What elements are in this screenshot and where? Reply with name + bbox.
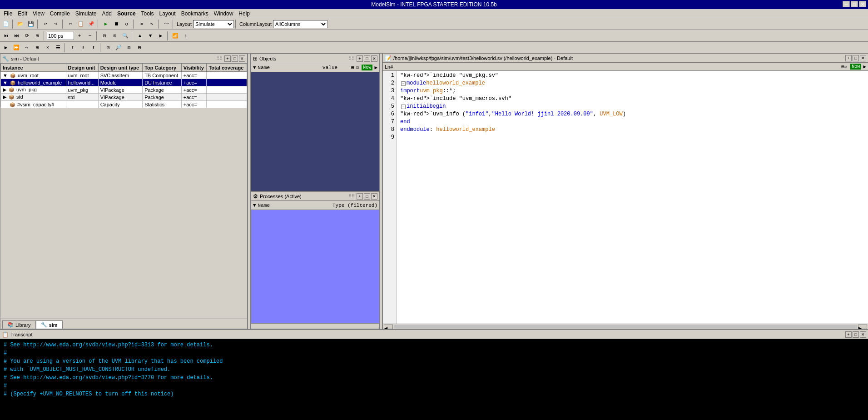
debug-btn6[interactable]: ☰ (53, 43, 63, 53)
cursor-btn[interactable]: ↕ (181, 31, 191, 41)
debug-btn8[interactable]: ⬇ (78, 43, 88, 53)
fold-btn[interactable]: − (401, 105, 406, 109)
column-layout-select[interactable]: AllColumns (273, 20, 327, 28)
code-line[interactable]: − initial begin (400, 103, 864, 110)
tb2-btn2[interactable]: ⏭ (11, 31, 21, 41)
processes-panel-max[interactable]: □ (364, 193, 370, 200)
sim-panel-float[interactable]: + (224, 55, 231, 62)
sim-panel-close[interactable]: ✕ (239, 55, 245, 62)
transcript-close[interactable]: ✕ (860, 331, 866, 338)
menu-add[interactable]: Add (99, 10, 114, 18)
tab-sim[interactable]: 🔧 sim (36, 320, 63, 329)
cursor-right-button[interactable]: ▶ (156, 31, 166, 41)
cursor-down-button[interactable]: ▼ (145, 31, 155, 41)
zoom-in-button[interactable]: + (74, 31, 84, 41)
zoom-out-button[interactable]: − (85, 31, 95, 41)
menu-view[interactable]: View (30, 10, 47, 18)
zoom-fit-button[interactable]: ⊠ (110, 31, 120, 41)
expand-icon[interactable]: ▼ (3, 80, 8, 85)
tab-library[interactable]: 📚 Library (2, 320, 36, 329)
processes-panel-close[interactable]: ✕ (371, 193, 377, 200)
debug-btn7[interactable]: ⬆ (68, 43, 78, 53)
stop-button[interactable]: ⏹ (111, 19, 121, 29)
debug-btn2[interactable]: ⏩ (11, 43, 21, 53)
hscroll-track[interactable] (394, 325, 857, 329)
redo-button[interactable]: ↪ (51, 19, 61, 29)
paste-button[interactable]: 📌 (86, 19, 96, 29)
restart-button[interactable]: ↺ (122, 19, 132, 29)
step-button[interactable]: ⇥ (136, 19, 146, 29)
transcript-max[interactable]: □ (853, 331, 859, 338)
new-button[interactable]: 📄 (1, 19, 11, 29)
debug-btn5[interactable]: × (43, 43, 53, 53)
run-button[interactable]: ▶ (101, 19, 111, 29)
editor-float[interactable]: + (845, 55, 852, 61)
tb2-btn4[interactable]: ⊞ (32, 31, 42, 41)
zoom-full-button[interactable]: ⊡ (99, 31, 109, 41)
transcript-content[interactable]: # See http://www.eda.org/svdb/view.php?i… (0, 339, 868, 420)
zoom-input[interactable] (47, 32, 74, 40)
menu-tools[interactable]: Tools (139, 10, 157, 18)
minimize-button[interactable]: ─ (843, 1, 850, 7)
signal-button[interactable]: 📶 (170, 31, 180, 41)
code-line[interactable]: "kw-red">`include "uvm_macros.svh" (400, 95, 864, 103)
maximize-button[interactable]: □ (851, 1, 858, 7)
menu-edit[interactable]: Edit (15, 10, 30, 18)
code-line[interactable]: −module helloworld_example (400, 80, 864, 87)
wave-button[interactable]: 〰 (161, 19, 171, 29)
copy-button[interactable]: 📋 (76, 19, 86, 29)
expand-icon[interactable]: ▶ (3, 94, 6, 100)
zoom-in2-button[interactable]: 🔍 (120, 31, 130, 41)
expand-icon[interactable]: ▶ (3, 87, 6, 92)
objects-panel-close[interactable]: ✕ (371, 55, 377, 62)
debug-btn11[interactable]: 🔎 (114, 43, 124, 53)
editor-hscroll[interactable]: ◀ ▶ (383, 324, 868, 329)
debug-btn9[interactable]: ⬆ (89, 43, 99, 53)
menu-help[interactable]: Help (236, 10, 253, 18)
open-button[interactable]: 📂 (15, 19, 25, 29)
menu-layout[interactable]: Layout (157, 10, 179, 18)
tb2-btn3[interactable]: ⟳ (22, 31, 32, 41)
code-line[interactable] (400, 134, 864, 141)
table-row[interactable]: ▼ 📦 uvm_root uvm_root SVClassItem TB Com… (1, 72, 247, 79)
code-line[interactable]: import uvm_pkg::*; (400, 87, 864, 95)
debug-btn4[interactable]: ⊞ (32, 43, 42, 53)
undo-button[interactable]: ↩ (40, 19, 50, 29)
code-line[interactable]: "kw-red">`include "uvm_pkg.sv" (400, 72, 864, 80)
save-button[interactable]: 💾 (26, 19, 36, 29)
code-line[interactable]: "kw-red">`uvm_info ("info1","Hello World… (400, 110, 864, 118)
table-row[interactable]: ▶ 📦 uvm_pkg uvm_pkg VIPackage Package +a… (1, 86, 247, 94)
transcript-float[interactable]: + (845, 331, 852, 338)
hscroll-left[interactable]: ◀ (384, 325, 393, 329)
tb2-btn1[interactable]: ⏮ (1, 31, 11, 41)
sim-panel-max[interactable]: □ (232, 55, 238, 62)
processes-sort-icon[interactable]: ▼ (253, 203, 256, 208)
debug-btn10[interactable]: ⊡ (103, 43, 113, 53)
fold-btn[interactable]: − (401, 81, 406, 86)
step-over-button[interactable]: ↷ (147, 19, 157, 29)
objects-panel-max[interactable]: □ (364, 55, 370, 62)
menu-simulate[interactable]: Simulate (73, 10, 99, 18)
close-button[interactable]: ✕ (859, 1, 866, 7)
debug-btn12[interactable]: ⊠ (124, 43, 134, 53)
table-row[interactable]: ▼ 📦 helloworld_example helloworld... Mod… (1, 79, 247, 86)
layout-select[interactable]: Simulate Debug (193, 20, 234, 28)
processes-hscroll[interactable] (251, 323, 379, 329)
cut-button[interactable]: ✂ (65, 19, 75, 29)
code-content[interactable]: "kw-red">`include "uvm_pkg.sv" −module h… (397, 71, 868, 324)
table-row[interactable]: 📦 #vsim_capacity# Capacity Statistics +a… (1, 101, 247, 108)
menu-bookmarks[interactable]: Bookmarks (179, 10, 211, 18)
processes-panel-float[interactable]: + (357, 193, 363, 200)
hscroll-right[interactable]: ▶ (858, 325, 867, 329)
objects-sort-icon[interactable]: ▼ (253, 65, 256, 70)
code-line[interactable]: end (400, 118, 864, 126)
table-row[interactable]: ▶ 📦 std std VIPackage Package +acc= (1, 94, 247, 101)
menu-compile[interactable]: Compile (47, 10, 73, 18)
cursor-up-button[interactable]: ▲ (135, 31, 145, 41)
editor-close[interactable]: ✕ (860, 55, 866, 61)
code-line[interactable]: endmodule: helloworld_example (400, 126, 864, 134)
menu-window[interactable]: Window (211, 10, 236, 18)
expand-icon[interactable]: ▼ (3, 73, 8, 78)
menu-file[interactable]: File (1, 10, 15, 18)
objects-panel-float[interactable]: + (357, 55, 363, 62)
